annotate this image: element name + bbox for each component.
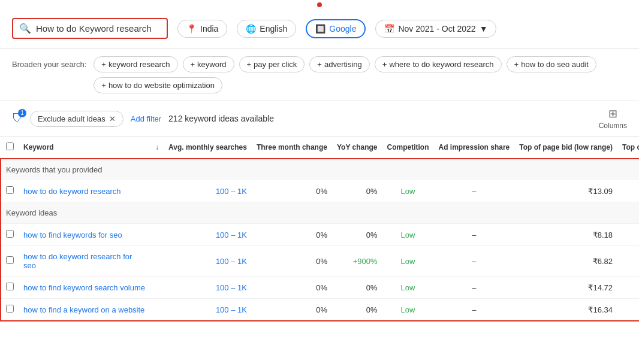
plus-icon: + bbox=[382, 60, 387, 69]
row-checkbox[interactable] bbox=[6, 186, 14, 194]
row-checkbox-cell[interactable] bbox=[1, 277, 19, 299]
row-checkbox-cell[interactable] bbox=[1, 224, 19, 246]
keyword-cell: how to do keyword research bbox=[19, 180, 150, 202]
col-avg-monthly[interactable]: Avg. monthly searches bbox=[164, 136, 252, 159]
filter-badge: 1 bbox=[18, 109, 26, 117]
col-keyword[interactable]: Keyword bbox=[19, 136, 150, 159]
language-label: English bbox=[260, 24, 287, 34]
location-label: India bbox=[200, 24, 218, 34]
row-checkbox[interactable] bbox=[6, 283, 14, 290]
competition-cell: Low bbox=[382, 224, 434, 246]
section1-header: Keywords that you provided bbox=[1, 159, 639, 180]
yoy-cell: 0% bbox=[332, 277, 382, 299]
broaden-chip-keyword[interactable]: + keyword bbox=[183, 56, 234, 72]
dropdown-arrow-icon: ▼ bbox=[480, 24, 488, 34]
top-low-cell: ₹14.72 bbox=[514, 277, 617, 299]
select-all-input[interactable] bbox=[6, 142, 14, 150]
exclude-label: Exclude adult ideas bbox=[38, 114, 106, 123]
col-competition[interactable]: Competition bbox=[382, 136, 434, 159]
broaden-chip-seo-audit[interactable]: + how to do seo audit bbox=[507, 56, 596, 72]
broaden-chip-ppc[interactable]: + pay per click bbox=[239, 56, 305, 72]
table-row: how to do keyword research 100 – 1K 0% 0… bbox=[1, 180, 639, 202]
table-header-row: Keyword ↓ Avg. monthly searches Three mo… bbox=[1, 136, 639, 159]
table-row: how to find keywords for seo 100 – 1K 0%… bbox=[1, 224, 639, 246]
keyword-link[interactable]: how to do keyword research bbox=[23, 187, 121, 196]
row-checkbox-cell[interactable] bbox=[1, 180, 19, 202]
broaden-chip-advertising[interactable]: + advertising bbox=[309, 56, 369, 72]
ad-impression-cell: – bbox=[434, 277, 515, 299]
search-icon: 🔍 bbox=[19, 23, 31, 34]
date-range-label: Nov 2021 - Oct 2022 bbox=[398, 24, 475, 34]
plus-icon: + bbox=[101, 60, 106, 69]
keyword-cell: how to find keyword search volume bbox=[19, 277, 150, 299]
remove-filter-button[interactable]: ✕ bbox=[109, 114, 116, 123]
row-checkbox-cell[interactable] bbox=[1, 246, 19, 277]
top-low-cell: ₹6.82 bbox=[514, 246, 617, 277]
top-low-cell: ₹16.34 bbox=[514, 299, 617, 321]
row-checkbox-cell[interactable] bbox=[1, 299, 19, 321]
columns-button[interactable]: ⊞ Columns bbox=[599, 107, 627, 130]
col-top-low[interactable]: Top of page bid (low range) bbox=[514, 136, 617, 159]
keyword-link[interactable]: how to find keywords for seo bbox=[23, 230, 122, 239]
row-sort-col bbox=[150, 299, 164, 321]
row-checkbox[interactable] bbox=[6, 256, 14, 264]
top-low-cell: ₹13.09 bbox=[514, 180, 617, 202]
keyword-link[interactable]: how to do keyword research for seo bbox=[23, 252, 132, 270]
avg-monthly-cell: 100 – 1K bbox=[164, 180, 252, 202]
search-box[interactable]: 🔍 How to do Keyword research bbox=[12, 18, 168, 39]
search-engine-chip[interactable]: 🔲 Google bbox=[306, 19, 366, 38]
top-high-cell: ₹2,026.94 bbox=[617, 224, 639, 246]
competition-cell: Low bbox=[382, 246, 434, 277]
row-sort-col bbox=[150, 277, 164, 299]
three-month-cell: 0% bbox=[252, 246, 332, 277]
top-high-cell: ₹1,740.65 bbox=[617, 277, 639, 299]
calendar-icon: 📅 bbox=[384, 24, 394, 34]
keyword-count: 212 keyword ideas available bbox=[168, 114, 274, 123]
table-container: Keyword ↓ Avg. monthly searches Three mo… bbox=[0, 136, 639, 321]
add-filter-button[interactable]: Add filter bbox=[131, 114, 161, 123]
three-month-cell: 0% bbox=[252, 224, 332, 246]
avg-monthly-cell: 100 – 1K bbox=[164, 224, 252, 246]
broaden-chip-where-keyword[interactable]: + where to do keyword research bbox=[375, 56, 502, 72]
search-engine-label: Google bbox=[329, 24, 356, 34]
yoy-cell: 0% bbox=[332, 224, 382, 246]
col-top-high[interactable]: Top of page bid (high range) bbox=[617, 136, 639, 159]
keyword-link[interactable]: how to find keyword search volume bbox=[23, 283, 145, 292]
location-chip[interactable]: 📍 India bbox=[177, 20, 227, 38]
broaden-section: Broaden your search: + keyword research … bbox=[0, 49, 639, 101]
yoy-cell: +900% bbox=[332, 246, 382, 277]
plus-icon: + bbox=[191, 60, 195, 69]
broaden-chip-keyword-research[interactable]: + keyword research bbox=[94, 56, 177, 72]
date-chip[interactable]: 📅 Nov 2021 - Oct 2022 ▼ bbox=[375, 20, 496, 38]
language-chip[interactable]: 🌐 English bbox=[237, 20, 296, 38]
top-high-cell: ₹990.57 bbox=[617, 246, 639, 277]
ad-impression-cell: – bbox=[434, 180, 515, 202]
columns-icon: ⊞ bbox=[608, 107, 617, 120]
ad-impression-cell: – bbox=[434, 299, 515, 321]
broaden-chip-website-opt[interactable]: + how to do website optimization bbox=[94, 77, 222, 93]
select-all-checkbox[interactable] bbox=[1, 136, 19, 159]
section2-label: Keyword ideas bbox=[1, 202, 639, 224]
top-high-cell: ₹1,777.46 bbox=[617, 180, 639, 202]
sort-icon: ↓ bbox=[155, 143, 159, 151]
keyword-link[interactable]: how to find a keyword on a website bbox=[23, 305, 144, 314]
row-checkbox[interactable] bbox=[6, 305, 14, 313]
table-row: how to find keyword search volume 100 – … bbox=[1, 277, 639, 299]
col-ad-impression[interactable]: Ad impression share bbox=[434, 136, 515, 159]
col-sort-arrow[interactable]: ↓ bbox=[150, 136, 164, 159]
avg-monthly-cell: 100 – 1K bbox=[164, 299, 252, 321]
row-checkbox[interactable] bbox=[6, 230, 14, 238]
exclude-adult-chip: Exclude adult ideas ✕ bbox=[30, 111, 123, 127]
keyword-cell: how to do keyword research for seo bbox=[19, 246, 150, 277]
col-yoy[interactable]: YoY change bbox=[332, 136, 382, 159]
ad-impression-cell: – bbox=[434, 246, 515, 277]
search-input-text[interactable]: How to do Keyword research bbox=[36, 23, 152, 34]
three-month-cell: 0% bbox=[252, 277, 332, 299]
filter-icon-wrap[interactable]: ⛉ 1 bbox=[12, 113, 23, 125]
search-engine-icon: 🔲 bbox=[315, 24, 325, 34]
keywords-table: Keyword ↓ Avg. monthly searches Three mo… bbox=[0, 136, 639, 321]
keyword-cell: how to find a keyword on a website bbox=[19, 299, 150, 321]
col-three-month[interactable]: Three month change bbox=[252, 136, 332, 159]
yoy-cell: 0% bbox=[332, 299, 382, 321]
three-month-cell: 0% bbox=[252, 299, 332, 321]
